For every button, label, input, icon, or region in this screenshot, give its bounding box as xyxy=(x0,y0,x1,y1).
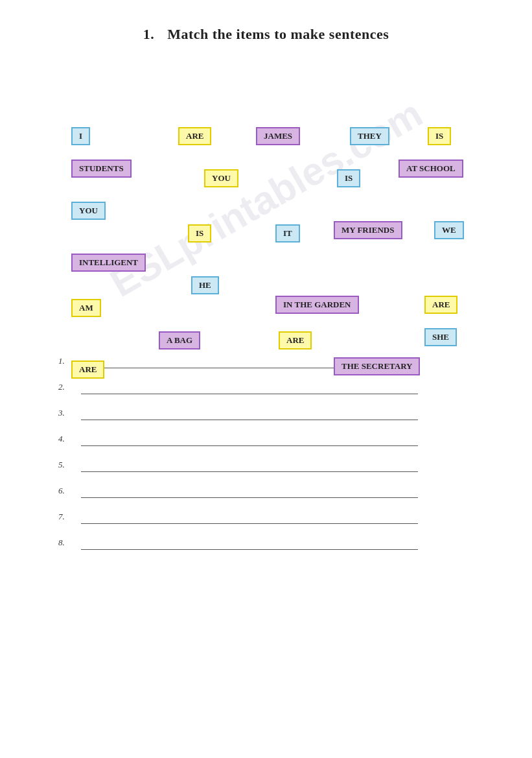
answer-line-item: 6. xyxy=(58,484,493,498)
word-tag-t15: INTELLIGENT xyxy=(71,254,146,272)
answer-input-3[interactable] xyxy=(81,406,418,420)
answer-input-2[interactable] xyxy=(81,380,418,394)
word-tag-t12: IT xyxy=(275,224,300,243)
answer-line-item: 8. xyxy=(58,536,493,550)
line-number: 5. xyxy=(58,460,78,470)
word-tag-t21: ARE xyxy=(279,331,312,349)
word-tag-t7: YOU xyxy=(204,169,238,187)
answer-input-7[interactable] xyxy=(81,510,418,524)
answer-line-item: 3. xyxy=(58,406,493,420)
word-tag-t14: WE xyxy=(434,221,464,239)
answer-lines: 1.2.3.4.5.6.7.8. xyxy=(39,354,493,550)
answer-line-item: 5. xyxy=(58,458,493,472)
answer-line-item: 1. xyxy=(58,354,493,368)
line-number: 4. xyxy=(58,434,78,444)
page: 1.Match the items to make sentences ESLp… xyxy=(39,26,493,550)
exercise-number: 1. xyxy=(143,26,155,42)
word-area: ESLprintables.com IAREJAMESTHEYISSTUDENT… xyxy=(39,62,493,335)
answer-line-item: 4. xyxy=(58,432,493,446)
word-tag-t1: I xyxy=(71,127,90,145)
word-tag-t6: STUDENTS xyxy=(71,160,132,178)
word-tag-t4: THEY xyxy=(350,127,389,145)
word-tag-t9: AT SCHOOL xyxy=(399,160,463,178)
word-tag-t20: A BAG xyxy=(159,331,200,349)
line-number: 3. xyxy=(58,408,78,418)
word-tag-t19: ARE xyxy=(424,296,457,314)
word-tag-t2: ARE xyxy=(178,127,211,145)
answer-input-5[interactable] xyxy=(81,458,418,472)
line-number: 6. xyxy=(58,486,78,496)
word-tag-t10: YOU xyxy=(71,202,106,220)
answer-input-8[interactable] xyxy=(81,536,418,550)
word-tag-t11: IS xyxy=(188,224,211,243)
word-tag-t5: IS xyxy=(428,127,451,145)
exercise-title: 1.Match the items to make sentences xyxy=(39,26,493,43)
answer-line-item: 7. xyxy=(58,510,493,524)
word-tag-t24: THE SECRETARY xyxy=(334,357,420,375)
word-tag-t8: IS xyxy=(337,169,360,187)
word-tag-t23: ARE xyxy=(71,361,104,379)
word-tag-t22: SHE xyxy=(424,328,457,346)
exercise-instruction: Match the items to make sentences xyxy=(167,26,389,42)
word-tag-t3: JAMES xyxy=(256,127,300,145)
line-number: 7. xyxy=(58,512,78,522)
line-number: 2. xyxy=(58,382,78,392)
word-tag-t13: MY FRIENDS xyxy=(334,221,402,239)
word-tag-t16: HE xyxy=(191,276,219,294)
answer-line-item: 2. xyxy=(58,380,493,394)
word-tag-t18: IN THE GARDEN xyxy=(275,296,359,314)
line-number: 8. xyxy=(58,538,78,548)
answer-input-4[interactable] xyxy=(81,432,418,446)
word-tag-t17: AM xyxy=(71,299,101,317)
watermark: ESLprintables.com xyxy=(102,91,430,305)
answer-input-6[interactable] xyxy=(81,484,418,498)
